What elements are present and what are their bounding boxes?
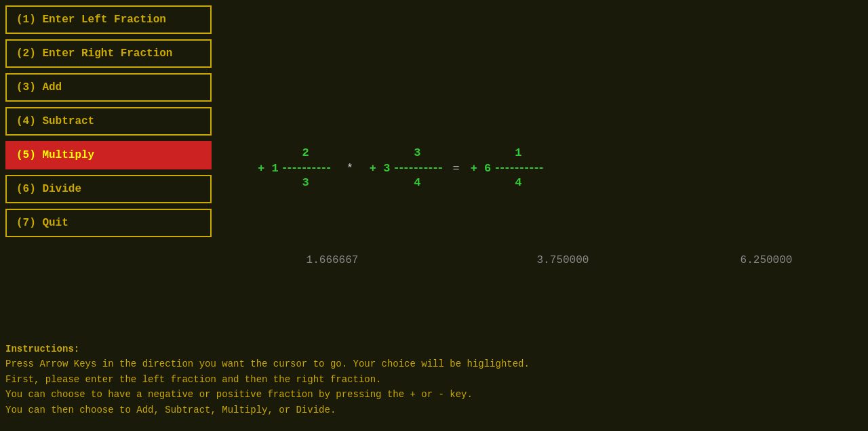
result-line: ---------- (494, 161, 542, 176)
result-sign: + 6 (471, 162, 492, 175)
decimal-right: 3.750000 (495, 254, 631, 266)
instruction-line: You can choose to have a negative or pos… (5, 387, 841, 402)
left-numerator: 2 (302, 146, 309, 161)
equals-symbol: = (452, 162, 459, 175)
result-denominator: 4 (515, 176, 521, 190)
equation-display: + 1 2 ---------- 3 * + 3 3 ---------- 4 … (258, 146, 854, 190)
instruction-line: First, please enter the left fraction an… (5, 372, 841, 387)
menu-item-divide[interactable]: (6) Divide (5, 175, 212, 203)
result-fraction: 1 ---------- 4 (494, 146, 542, 190)
right-denominator: 4 (414, 176, 420, 190)
left-sign: + 1 (258, 162, 279, 175)
decimal-display: 1.666667 3.750000 6.250000 (258, 254, 841, 266)
menu-item-multiply[interactable]: (5) Multiply (5, 141, 212, 169)
instruction-line: Press Arrow Keys in the direction you wa… (5, 356, 841, 371)
result-numerator: 1 (515, 146, 521, 161)
left-denominator: 3 (302, 176, 309, 190)
menu-item-enter-right[interactable]: (2) Enter Right Fraction (5, 39, 212, 68)
menu-item-subtract[interactable]: (4) Subtract (5, 107, 212, 136)
right-numerator: 3 (414, 146, 420, 161)
menu-item-add[interactable]: (3) Add (5, 73, 212, 102)
operator-symbol: * (347, 162, 353, 175)
decimal-result: 6.250000 (712, 254, 821, 266)
menu-item-enter-left[interactable]: (1) Enter Left Fraction (5, 5, 212, 34)
right-sign: + 3 (370, 162, 391, 175)
menu-panel: (1) Enter Left Fraction(2) Enter Right F… (5, 5, 212, 243)
right-line: ---------- (393, 161, 441, 176)
menu-item-quit[interactable]: (7) Quit (5, 209, 212, 237)
instruction-line: You can then choose to Add, Subtract, Mu… (5, 403, 841, 417)
instructions-panel: Instructions: Press Arrow Keys in the di… (5, 342, 841, 417)
left-fraction: 2 ---------- 3 (281, 146, 330, 190)
decimal-left: 1.666667 (258, 254, 407, 266)
right-fraction: 3 ---------- 4 (393, 146, 441, 190)
left-line: ---------- (281, 161, 330, 176)
instructions-title: Instructions: (5, 342, 841, 356)
